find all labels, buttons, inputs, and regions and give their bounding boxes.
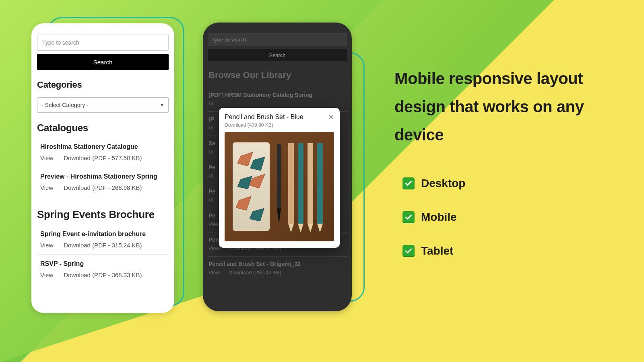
item-title: RSVP - Spring (40, 260, 167, 267)
view-link[interactable]: View (40, 242, 53, 249)
view-link[interactable]: Vi (208, 125, 213, 131)
modal-title: Pencil and Brush Set - Blue (225, 113, 303, 121)
chevron-down-icon: ▼ (160, 103, 164, 107)
library-heading: Browse Our Library (208, 70, 347, 80)
checkmark-icon (402, 177, 415, 189)
search-placeholder: Type to search (212, 37, 246, 43)
search-placeholder: Type to search (42, 39, 79, 46)
modal-image (225, 132, 334, 241)
svg-rect-13 (298, 143, 303, 224)
catalogues-heading: Catalogues (37, 122, 169, 134)
check-label: Desktop (421, 177, 465, 190)
view-link[interactable]: View (40, 272, 53, 278)
category-select-value: - Select Category - (41, 102, 89, 108)
svg-rect-8 (277, 144, 281, 208)
category-select[interactable]: - Select Category - ▼ (37, 97, 169, 113)
headline: Mobile responsive layout design that wor… (394, 64, 612, 149)
svg-rect-11 (288, 143, 294, 224)
brochure-heading: Spring Events Brochure (37, 208, 169, 221)
list-item: RSVP - Spring View Download (PDF - 368.3… (37, 255, 169, 284)
search-button[interactable]: Search (208, 49, 347, 61)
view-link[interactable]: Vi (208, 101, 213, 107)
check-label: Tablet (421, 245, 453, 257)
check-item: Desktop (402, 177, 465, 190)
list-item: Hiroshima Stationery Catalogue View Down… (37, 138, 169, 167)
preview-modal: Pencil and Brush Set - Blue ✕ Download (… (219, 108, 340, 248)
checkmark-icon (402, 245, 415, 257)
modal-download-link[interactable]: Download (439.90 KB) (225, 122, 334, 128)
check-item: Tablet (402, 245, 465, 257)
feature-checklist: Desktop Mobile Tablet (402, 177, 465, 278)
list-item: Pencil and Brush Set - Origami_02 View D… (208, 256, 347, 280)
view-link[interactable]: View (208, 269, 220, 276)
search-input[interactable]: Type to search (208, 33, 347, 46)
download-link[interactable]: Download (287.43 KB) (229, 269, 281, 276)
item-title: Pencil and Brush Set - Origami_02 (208, 261, 346, 267)
download-link[interactable]: Download (PDF - 268.98 KB) (64, 184, 142, 191)
check-label: Mobile (421, 211, 457, 224)
item-title: Preview - Hiroshima Stationery Spring (40, 173, 167, 180)
view-link[interactable]: Vi (208, 173, 213, 179)
svg-rect-15 (308, 143, 313, 224)
item-title: Hiroshima Stationery Catalogue (40, 143, 167, 150)
phone-mockup-light: Type to search Search Categories - Selec… (31, 23, 174, 313)
catalogues-list: Hiroshima Stationery Catalogue View Down… (37, 138, 169, 197)
check-item: Mobile (402, 211, 465, 224)
view-link[interactable]: View (40, 184, 53, 191)
view-link[interactable]: View (208, 221, 220, 227)
view-link[interactable]: Vi (208, 149, 213, 155)
search-button[interactable]: Search (37, 54, 169, 70)
svg-rect-17 (317, 143, 323, 224)
categories-heading: Categories (37, 80, 169, 90)
view-link[interactable]: View (40, 154, 53, 161)
search-input[interactable]: Type to search (37, 35, 169, 51)
list-item: Preview - Hiroshima Stationery Spring Vi… (37, 167, 169, 197)
download-link[interactable]: Download (PDF - 315.24 KB) (64, 242, 142, 249)
phone-mockup-dark: Type to search Search Browse Our Library… (203, 23, 352, 311)
item-title: [PDF] HRSM Stationery Catalog Spring (208, 92, 346, 98)
item-title: Spring Event e-invitation brochure (40, 230, 167, 238)
brochure-list: Spring Event e-invitation brochure View … (37, 225, 169, 284)
checkmark-icon (402, 211, 415, 223)
view-link[interactable]: View (208, 245, 220, 251)
view-link[interactable]: Vi (208, 197, 213, 203)
close-icon[interactable]: ✕ (328, 113, 334, 121)
download-link[interactable]: Download (PDF - 577.50 KB) (64, 154, 142, 161)
download-link[interactable]: Download (PDF - 368.33 KB) (64, 272, 142, 278)
list-item: Spring Event e-invitation brochure View … (37, 225, 169, 255)
